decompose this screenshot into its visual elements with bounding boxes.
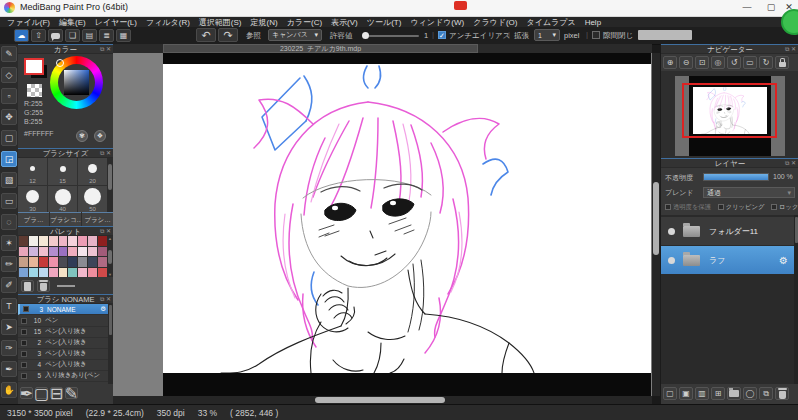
palette-swatch[interactable]: [59, 257, 68, 267]
maximize-button[interactable]: ▢: [762, 0, 780, 15]
palette-swatch[interactable]: [29, 268, 38, 278]
hand-tool[interactable]: ✋: [1, 382, 17, 398]
brush-checkbox[interactable]: [23, 306, 29, 312]
palette-swatch[interactable]: [39, 236, 48, 246]
palette-swatch[interactable]: [29, 247, 38, 257]
upload-button[interactable]: ⇧: [31, 29, 46, 42]
gear-icon[interactable]: ⚙: [779, 255, 788, 266]
opacity-slider[interactable]: [703, 173, 769, 181]
palette-swatch[interactable]: [59, 247, 68, 257]
close-panel-icon[interactable]: ✕: [106, 228, 111, 234]
palette-swatch[interactable]: [39, 257, 48, 267]
palette-swatch[interactable]: [49, 257, 58, 267]
palette-swatch[interactable]: [59, 236, 68, 246]
color-wheel[interactable]: [50, 56, 103, 109]
antialias-checkbox[interactable]: ✓: [438, 31, 446, 39]
brush-list-item[interactable]: 3 NONAME ⚙: [18, 304, 108, 315]
brush-size-option[interactable]: 40: [48, 186, 77, 213]
layer-list-scrollbar[interactable]: [794, 215, 798, 384]
eyedropper-tool[interactable]: ✑: [1, 340, 17, 356]
document-button[interactable]: ▤: [82, 29, 97, 42]
close-panel-icon[interactable]: ✕: [106, 296, 111, 302]
reset-view-button[interactable]: ▭: [743, 56, 757, 69]
zoom-reset-button[interactable]: ◎: [711, 56, 725, 69]
layer-row[interactable]: フォルダー11: [661, 217, 794, 246]
new-1bit-layer-button[interactable]: ▥: [695, 387, 709, 400]
magic-wand-tool[interactable]: ✶: [1, 235, 17, 251]
palette-swatch[interactable]: [78, 236, 87, 246]
close-panel-icon[interactable]: ✕: [106, 150, 111, 156]
canvas-page[interactable]: [163, 64, 651, 373]
edit-brush-button[interactable]: ✎: [65, 387, 78, 399]
scroll-down-icon[interactable]: ▼: [108, 272, 112, 277]
palette-swatch[interactable]: [98, 236, 107, 246]
palette-swatch[interactable]: [19, 236, 28, 246]
reference-dropdown[interactable]: キャンバス ▾: [268, 29, 322, 41]
menu-tool[interactable]: ツール(T): [367, 17, 402, 28]
scrollbar-thumb[interactable]: [109, 305, 112, 335]
palette-swatch[interactable]: [19, 247, 28, 257]
expand-dropdown[interactable]: 1 ▾: [534, 29, 560, 41]
text-tool[interactable]: T: [1, 298, 17, 314]
panel-header-buttons[interactable]: ⧉ ✕: [100, 149, 111, 158]
palette-swatch[interactable]: [88, 247, 97, 257]
stylus-tool[interactable]: ✒: [1, 361, 17, 377]
palette-swatch[interactable]: [68, 257, 77, 267]
menu-color[interactable]: カラー(C): [287, 17, 322, 28]
gear-icon[interactable]: ⚙: [100, 305, 106, 313]
brush-checkbox[interactable]: [21, 318, 27, 324]
palette-swatch[interactable]: [39, 247, 48, 257]
brush-checkbox[interactable]: [21, 340, 27, 346]
new-halftone-layer-button[interactable]: ▣: [679, 387, 693, 400]
tab-brush-control[interactable]: ブラシコ…: [50, 212, 81, 226]
scrollbar-thumb[interactable]: [653, 182, 659, 255]
navigator-view-frame[interactable]: [682, 83, 777, 138]
select-pen-tool[interactable]: ✏: [1, 256, 17, 272]
slider-knob[interactable]: [362, 32, 369, 39]
palette-swatch[interactable]: [29, 257, 38, 267]
menu-timelapse[interactable]: タイムラプス: [527, 17, 576, 28]
palette-swatch[interactable]: [98, 268, 107, 278]
merge-layer-button[interactable]: ⧉: [759, 387, 773, 400]
zoom-out-button[interactable]: ⊖: [679, 56, 693, 69]
palette-swatch[interactable]: [49, 236, 58, 246]
rotate-ccw-button[interactable]: ↺: [727, 56, 741, 69]
tab-brush[interactable]: ブラ…: [18, 212, 49, 226]
brush-checkbox[interactable]: [21, 329, 27, 335]
vertical-scrollbar[interactable]: [652, 53, 660, 396]
close-panel-icon[interactable]: ✕: [106, 46, 111, 52]
float-panel-icon[interactable]: ⧉: [785, 160, 789, 166]
brush-checkbox[interactable]: [21, 351, 27, 357]
protect-alpha-checkbox[interactable]: [665, 204, 671, 210]
float-panel-icon[interactable]: ⧉: [100, 46, 104, 52]
brush-size-option[interactable]: 15: [48, 158, 77, 185]
move-tool[interactable]: ✥: [1, 109, 17, 125]
palette-swatch[interactable]: [98, 247, 107, 257]
palette-swatch[interactable]: [49, 268, 58, 278]
lasso-tool[interactable]: ◌: [1, 214, 17, 230]
comment-button[interactable]: [48, 29, 63, 42]
document-tab[interactable]: 230225_チアルカ9th.mdp: [163, 44, 478, 53]
minimize-button[interactable]: —: [738, 0, 756, 15]
palette-swatch[interactable]: [88, 236, 97, 246]
panel-header-buttons[interactable]: ⧉ ✕: [100, 45, 111, 54]
add-brush-pen-button[interactable]: ✒: [20, 387, 33, 399]
delete-color-button[interactable]: [37, 280, 50, 292]
brush-size-option[interactable]: 30: [18, 186, 47, 213]
gap-close-input[interactable]: [638, 30, 692, 40]
menu-file[interactable]: ファイル(F): [7, 17, 50, 28]
palette-dialog-button[interactable]: ✾: [76, 130, 88, 142]
float-panel-icon[interactable]: ⧉: [785, 46, 789, 52]
palette-swatch[interactable]: [78, 268, 87, 278]
palette-swatch[interactable]: [68, 268, 77, 278]
fill-tool[interactable]: ▢: [1, 130, 17, 146]
redo-button[interactable]: ↷: [218, 28, 238, 42]
blend-mode-dropdown[interactable]: 通過 ▾: [703, 187, 795, 198]
panel-header-buttons[interactable]: ⧉ ✕: [100, 295, 111, 304]
undo-button[interactable]: ↶: [196, 28, 216, 42]
scrollbar-thumb[interactable]: [315, 397, 445, 403]
float-panel-icon[interactable]: ⧉: [100, 228, 104, 234]
close-panel-icon[interactable]: ✕: [791, 46, 796, 52]
rect-select-tool[interactable]: ▭: [1, 193, 17, 209]
stencil-button[interactable]: ◯: [743, 387, 757, 400]
